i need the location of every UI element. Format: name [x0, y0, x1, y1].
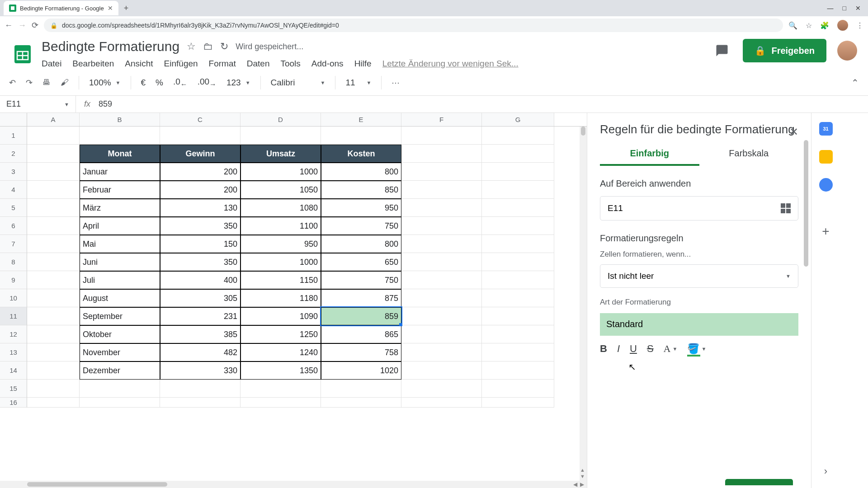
add-addon-icon[interactable]: +	[822, 224, 829, 239]
row-header[interactable]: 1	[0, 127, 27, 145]
close-tab-icon[interactable]: ✕	[108, 5, 113, 12]
comments-icon[interactable]	[712, 41, 732, 61]
cell[interactable]	[27, 181, 80, 199]
col-header[interactable]: G	[482, 113, 554, 126]
cell[interactable]	[27, 127, 80, 145]
style-preview[interactable]: Standard	[600, 313, 798, 336]
menu-addons[interactable]: Add-ons	[311, 59, 344, 69]
cell[interactable]	[321, 398, 401, 408]
cell[interactable]	[27, 253, 80, 271]
cell[interactable]	[401, 253, 482, 271]
name-box[interactable]: E11 ▼	[0, 96, 76, 113]
row-header[interactable]: 12	[0, 325, 27, 343]
cell[interactable]	[482, 127, 554, 145]
browser-menu-icon[interactable]: ⋮	[856, 21, 863, 30]
share-button[interactable]: 🔒 Freigeben	[743, 39, 826, 62]
row-header[interactable]: 4	[0, 181, 27, 199]
cell[interactable]	[27, 271, 80, 289]
cell[interactable]	[27, 235, 80, 253]
cell[interactable]	[401, 235, 482, 253]
cell[interactable]: 1000	[241, 163, 321, 181]
star-icon[interactable]: ☆	[806, 21, 812, 30]
cell[interactable]	[80, 127, 160, 145]
cell[interactable]	[241, 127, 321, 145]
move-doc-icon[interactable]: 🗀	[203, 41, 213, 52]
cell[interactable]: Umsatz	[241, 145, 321, 163]
doc-title[interactable]: Bedingte Formatierung	[42, 39, 179, 54]
col-header[interactable]: F	[401, 113, 482, 126]
col-header[interactable]: C	[160, 113, 241, 126]
menu-insert[interactable]: Einfügen	[164, 59, 198, 69]
currency-button[interactable]: €	[141, 78, 146, 88]
font-dropdown[interactable]: Calibri ▼	[271, 78, 326, 88]
cell[interactable]	[321, 127, 401, 145]
cell[interactable]	[27, 361, 80, 380]
cell[interactable]	[27, 145, 80, 163]
cell[interactable]: 482	[160, 343, 241, 361]
cell[interactable]	[482, 199, 554, 217]
cell[interactable]	[482, 343, 554, 361]
bold-icon[interactable]: B	[600, 343, 607, 355]
cell[interactable]: 305	[160, 289, 241, 307]
redo-icon[interactable]: ↷	[26, 78, 33, 88]
panel-scrollbar[interactable]	[804, 140, 808, 479]
cell[interactable]: Monat	[80, 145, 160, 163]
cell[interactable]: 1050	[241, 181, 321, 199]
last-edit-link[interactable]: Letzte Änderung vor wenigen Sek...	[382, 59, 519, 69]
cell[interactable]	[27, 163, 80, 181]
cell[interactable]	[160, 127, 241, 145]
cell[interactable]: Oktober	[80, 325, 160, 343]
font-size-dropdown[interactable]: 11 ▼	[345, 78, 371, 88]
cell[interactable]: 750	[321, 217, 401, 235]
cell[interactable]: 350	[160, 253, 241, 271]
menu-data[interactable]: Daten	[247, 59, 270, 69]
cell[interactable]	[482, 289, 554, 307]
done-button[interactable]	[725, 479, 793, 485]
vertical-scrollbar[interactable]: ▲▼	[580, 127, 587, 481]
cell[interactable]	[160, 380, 241, 398]
cell[interactable]	[401, 289, 482, 307]
fill-color-dropdown[interactable]: 🪣▼	[687, 343, 706, 355]
cell[interactable]: 1180	[241, 289, 321, 307]
cell[interactable]: 650	[321, 253, 401, 271]
collapse-rail-icon[interactable]: ›	[824, 465, 827, 477]
cell[interactable]	[482, 217, 554, 235]
cell[interactable]: 1020	[321, 361, 401, 380]
cell[interactable]: 750	[321, 271, 401, 289]
cell[interactable]	[321, 380, 401, 398]
cell[interactable]	[27, 343, 80, 361]
cell[interactable]: 150	[160, 235, 241, 253]
cell[interactable]	[482, 271, 554, 289]
cell[interactable]: 1240	[241, 343, 321, 361]
paint-format-icon[interactable]: 🖌	[61, 78, 69, 87]
cell[interactable]	[482, 398, 554, 408]
menu-help[interactable]: Hilfe	[354, 59, 372, 69]
row-header[interactable]: 2	[0, 145, 27, 163]
row-header[interactable]: 14	[0, 361, 27, 380]
cell[interactable]	[482, 235, 554, 253]
menu-view[interactable]: Ansicht	[125, 59, 153, 69]
sheets-logo-icon[interactable]	[11, 39, 34, 70]
col-header[interactable]: E	[321, 113, 401, 126]
cell[interactable]: 200	[160, 181, 241, 199]
cell[interactable]: November	[80, 343, 160, 361]
cell[interactable]	[482, 145, 554, 163]
row-header[interactable]: 10	[0, 289, 27, 307]
menu-file[interactable]: Datei	[42, 59, 61, 69]
cell[interactable]: Dezember	[80, 361, 160, 380]
cell[interactable]: 1080	[241, 199, 321, 217]
cell[interactable]: Juli	[80, 271, 160, 289]
cell[interactable]	[482, 325, 554, 343]
cell[interactable]	[80, 380, 160, 398]
cell[interactable]: 950	[241, 235, 321, 253]
row-header[interactable]: 7	[0, 235, 27, 253]
increase-decimal-button[interactable]: .00→	[198, 77, 217, 89]
range-input[interactable]: E11	[600, 196, 798, 221]
cell[interactable]	[401, 217, 482, 235]
undo-icon[interactable]: ↶	[9, 78, 16, 88]
cell[interactable]	[401, 398, 482, 408]
close-panel-icon[interactable]: ✕	[789, 126, 798, 138]
tab-color-scale[interactable]: Farbskala	[699, 148, 799, 166]
cell[interactable]	[27, 217, 80, 235]
cell[interactable]: 400	[160, 271, 241, 289]
